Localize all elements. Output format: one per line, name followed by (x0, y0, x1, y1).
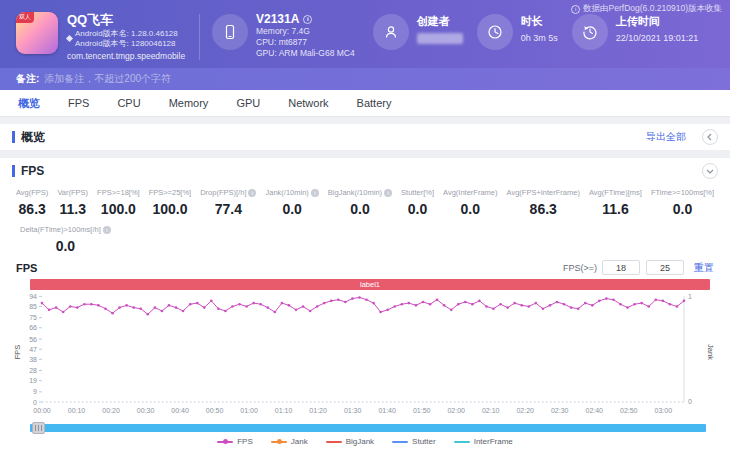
metric: Jank(/10min)i0.0 (265, 188, 318, 217)
scrollbar-track[interactable] (30, 424, 706, 432)
svg-text:00:20: 00:20 (102, 407, 120, 414)
export-all-link[interactable]: 导出全部 (646, 130, 686, 144)
legend-label: BigJank (346, 437, 374, 446)
metric-value: 0.0 (651, 201, 714, 217)
metric-label: Avg(FPS) (16, 188, 48, 197)
collapse-down-button[interactable] (702, 163, 718, 179)
info-icon[interactable]: i (311, 189, 319, 197)
tab-Network[interactable]: Network (274, 90, 342, 116)
metric: FPS>=25[%]100.0 (149, 188, 192, 217)
tab-概览[interactable]: 概览 (4, 90, 54, 116)
metric: Delta(FTime)>100ms[/h]i0.0 (20, 225, 111, 254)
collapse-left-button[interactable] (702, 129, 718, 145)
svg-text:01:50: 01:50 (413, 407, 431, 414)
svg-text:75: 75 (29, 314, 37, 321)
svg-text:1: 1 (688, 293, 692, 300)
device-info-icon[interactable]: i (303, 15, 312, 24)
legend-label: InterFrame (474, 437, 513, 446)
metric: Avg(FPS)86.3 (16, 188, 48, 217)
metric-label: Avg(InterFrame) (443, 188, 497, 197)
svg-text:19: 19 (29, 377, 37, 384)
phone-icon (212, 14, 248, 50)
info-icon: i (571, 5, 580, 14)
section-accent-bar (12, 165, 15, 177)
collect-info: i 数据由PerfDog(6.0.210910)版本收集 (571, 3, 722, 15)
app-icon: 双人 (16, 12, 58, 54)
note-input[interactable]: 添加备注，不超过200个字符 (44, 72, 171, 86)
chart-label-band: label1 (30, 279, 710, 290)
section-tabbar: 概览FPSCPUMemoryGPUNetworkBattery (0, 90, 730, 117)
legend-item-FPS[interactable]: FPS (217, 437, 253, 446)
svg-text:0: 0 (33, 399, 37, 406)
user-icon (373, 14, 409, 50)
app-icon-ribbon: 双人 (16, 12, 34, 23)
fps-section-header: FPS (0, 158, 730, 184)
svg-text:02:30: 02:30 (551, 407, 569, 414)
legend-item-InterFrame[interactable]: InterFrame (454, 437, 513, 446)
svg-text:02:40: 02:40 (585, 407, 603, 414)
tab-FPS[interactable]: FPS (54, 90, 103, 116)
info-icon[interactable]: i (384, 189, 392, 197)
svg-text:47: 47 (29, 346, 37, 353)
device-cpu: CPU: mt6877 (256, 37, 355, 48)
overview-title: 概览 (21, 129, 45, 146)
svg-text:85: 85 (29, 303, 37, 310)
device-model: V2131A (256, 12, 299, 26)
metric-value: 77.4 (200, 201, 256, 217)
metric-label: FTime>=100ms[%] (651, 188, 714, 197)
info-icon[interactable]: i (248, 189, 256, 197)
info-icon[interactable]: i (103, 226, 111, 234)
legend-item-BigJank[interactable]: BigJank (326, 437, 374, 446)
upload-time-label: 上传时间 (616, 15, 699, 28)
reset-link[interactable]: 重置 (694, 261, 714, 275)
svg-text:01:20: 01:20 (309, 407, 327, 414)
fps-metrics-row: Avg(FPS)86.3Var(FPS)11.3FPS>=18[%]100.0F… (0, 184, 730, 219)
android-version-name: Android版本名: 1.28.0.46128 (75, 29, 178, 39)
legend-item-Stutter[interactable]: Stutter (392, 437, 436, 446)
tab-Memory[interactable]: Memory (155, 90, 223, 116)
app-name: QQ飞车 (67, 12, 197, 27)
metric-value: 86.3 (16, 201, 48, 217)
package-name: com.tencent.tmgp.speedmobile (67, 51, 197, 61)
tab-GPU[interactable]: GPU (222, 90, 274, 116)
svg-text:94: 94 (29, 293, 37, 300)
fps-threshold-input-2[interactable] (646, 260, 684, 275)
collect-info-text: 数据由PerfDog(6.0.210910)版本收集 (583, 3, 722, 15)
duration-label: 时长 (521, 15, 558, 28)
svg-text:02:00: 02:00 (447, 407, 465, 414)
metric-value: 86.3 (507, 201, 580, 217)
legend-swatch (454, 441, 470, 443)
fps-threshold-input-1[interactable] (602, 260, 640, 275)
section-accent-bar (12, 131, 15, 143)
device-gpu: GPU: ARM Mali-G68 MC4 (256, 48, 355, 59)
metric: Avg(FPS+InterFrame)86.3 (507, 188, 580, 217)
fps-chart-header: FPS FPS(>=) 重置 (0, 256, 730, 277)
legend-item-Jank[interactable]: Jank (271, 437, 308, 446)
fps-threshold-label: FPS(>=) (563, 263, 597, 273)
metric-label: Drop(FPS)[/h]i (200, 188, 256, 197)
svg-text:9: 9 (33, 388, 37, 395)
svg-text:02:20: 02:20 (516, 407, 534, 414)
legend-swatch (271, 441, 287, 443)
metric: BigJank(/10min)i0.0 (328, 188, 392, 217)
metric-label: Delta(FTime)>100ms[/h]i (20, 225, 111, 234)
fps-metrics-row2: Delta(FTime)>100ms[/h]i0.0 (0, 219, 730, 256)
chart-scrollbar[interactable] (30, 422, 706, 434)
tab-Battery[interactable]: Battery (343, 90, 406, 116)
overview-section-header: 概览 导出全部 (0, 124, 730, 150)
svg-text:01:30: 01:30 (344, 407, 362, 414)
scrollbar-handle[interactable] (32, 422, 45, 434)
tab-CPU[interactable]: CPU (103, 90, 154, 116)
metric: FPS>=18[%]100.0 (97, 188, 140, 217)
metric-value: 0.0 (265, 201, 318, 217)
legend-swatch (392, 441, 408, 443)
legend-label: Jank (291, 437, 308, 446)
legend-swatch (326, 441, 342, 443)
device-memory: Memory: 7.4G (256, 26, 355, 37)
metric: Avg(InterFrame)0.0 (443, 188, 497, 217)
legend-label: FPS (237, 437, 253, 446)
metric-value: 100.0 (97, 201, 140, 217)
legend-swatch (217, 441, 233, 443)
metric-label: Jank(/10min)i (265, 188, 318, 197)
metric-label: Stutter[%] (401, 188, 434, 197)
